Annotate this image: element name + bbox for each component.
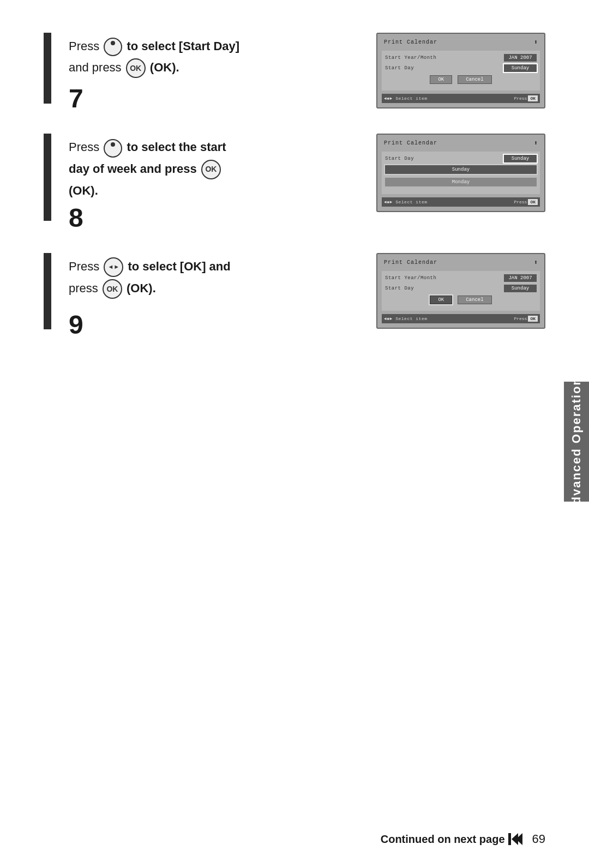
screen-7-footer: ◄◆► Select item Press OK	[382, 94, 540, 103]
screen-8-title: Print Calendar	[384, 140, 437, 146]
screen-9-row-1: Start Year/Month JAN 2007	[385, 274, 537, 282]
screen-8-footer-left: ◄◆► Select item	[384, 200, 428, 204]
step-8-number: 8	[69, 205, 222, 231]
screen-8-body: Start Day Sunday Sunday Monday	[382, 152, 540, 194]
page-footer: Continued on next page 69	[44, 832, 545, 846]
sidebar-tab: Advanced Operations	[564, 382, 589, 502]
screen-7-ok-badge: OK	[528, 95, 538, 101]
continued-label: Continued on next page	[381, 833, 505, 846]
screen-9-value-1: JAN 2007	[504, 274, 537, 282]
screen-8-dropdown-monday: Monday	[385, 178, 537, 186]
svg-rect-0	[508, 833, 511, 845]
screen-8: Print Calendar ⬆ Start Day Sunday Sunday…	[376, 134, 545, 212]
screen-9-label-2: Start Day	[385, 286, 504, 291]
ok-icon-9: OK	[103, 279, 122, 299]
arrows-icon-9	[104, 257, 123, 277]
step-8-screen: Print Calendar ⬆ Start Day Sunday Sunday…	[376, 134, 545, 212]
ok-icon-8a: OK	[201, 160, 221, 179]
screen-7-title: Print Calendar	[384, 39, 437, 45]
footer-continued-text: Continued on next page	[381, 833, 524, 846]
screen-8-icon: ⬆	[534, 139, 538, 147]
screen-7-titlebar: Print Calendar ⬆	[382, 38, 540, 46]
screen-7-value-1: JAN 2007	[504, 54, 537, 62]
screen-7-btn-ok: OK	[430, 75, 452, 84]
step-7-number: 7	[69, 86, 235, 112]
step-8-bar	[44, 134, 51, 221]
dial-icon-8	[104, 139, 122, 158]
screen-9-ok-badge: OK	[528, 316, 538, 322]
step-9-bar-wrap	[44, 253, 61, 329]
step-8-left: Press to select the start day of week an…	[44, 134, 354, 231]
step-7-bar	[44, 33, 51, 104]
screen-7-row-2: Start Day Sunday	[385, 64, 537, 72]
step-9-text: Press to select [OK] and press OK (OK).	[69, 253, 231, 301]
screen-9: Print Calendar ⬆ Start Year/Month JAN 20…	[376, 253, 545, 329]
screen-7-body: Start Year/Month JAN 2007 Start Day Sund…	[382, 51, 540, 91]
screen-8-footer: ◄◆► Select item Press OK	[382, 197, 540, 207]
screen-7-footer-left: ◄◆► Select item	[384, 96, 428, 101]
screen-8-row-1: Start Day Sunday	[385, 155, 537, 162]
footer-page-number: 69	[532, 832, 545, 846]
step-8: Press to select the start day of week an…	[44, 134, 545, 231]
screen-8-dropdown-row: Sunday Monday	[385, 165, 537, 188]
screen-9-titlebar: Print Calendar ⬆	[382, 258, 540, 267]
screen-9-btnrow: OK Cancel	[385, 296, 537, 304]
page-content: Press to select [Start Day] and press OK…	[0, 0, 589, 393]
step-8-text: Press to select the start day of week an…	[69, 134, 226, 201]
step-7-text: Press to select [Start Day] and press OK…	[69, 33, 239, 80]
step-7-left: Press to select [Start Day] and press OK…	[44, 33, 354, 112]
screen-7-btn-cancel: Cancel	[458, 75, 491, 84]
screen-9-btn-ok: OK	[430, 296, 452, 304]
screen-7-label-2: Start Day	[385, 65, 504, 71]
screen-7-value-2: Sunday	[504, 64, 537, 72]
screen-9-btn-cancel: Cancel	[458, 296, 491, 304]
ok-icon-7: OK	[126, 58, 146, 78]
screen-7-icon: ⬆	[534, 38, 538, 46]
step-9-left: Press to select [OK] and press OK (OK). …	[44, 253, 354, 338]
screen-9-title: Print Calendar	[384, 260, 437, 266]
screen-9-footer-right: Press OK	[514, 316, 538, 322]
step-8-bar-wrap	[44, 134, 61, 221]
screen-7-row-1: Start Year/Month JAN 2007	[385, 54, 537, 62]
screen-8-titlebar: Print Calendar ⬆	[382, 139, 540, 147]
step-9: Press to select [OK] and press OK (OK). …	[44, 253, 545, 338]
screen-8-ok-badge: OK	[528, 199, 538, 205]
screen-7-btnrow: OK Cancel	[385, 75, 537, 84]
screen-8-footer-right: Press OK	[514, 199, 538, 205]
screen-8-label-1: Start Day	[385, 156, 504, 161]
sidebar-tab-text: Advanced Operations	[569, 369, 584, 514]
step-7-screen: Print Calendar ⬆ Start Year/Month JAN 20…	[376, 33, 545, 108]
screen-9-value-2: Sunday	[504, 285, 537, 292]
step-9-number: 9	[69, 312, 226, 338]
screen-7-footer-right: Press OK	[514, 95, 538, 101]
step-9-screen: Print Calendar ⬆ Start Year/Month JAN 20…	[376, 253, 545, 329]
continue-arrows-icon	[508, 833, 524, 845]
screen-7-label-1: Start Year/Month	[385, 55, 504, 61]
screen-9-label-1: Start Year/Month	[385, 275, 504, 281]
screen-9-icon: ⬆	[534, 258, 538, 267]
screen-9-footer-left: ◄◆► Select item	[384, 316, 428, 321]
step-7-bar-wrap	[44, 33, 61, 104]
dial-icon-7	[104, 38, 122, 56]
step-9-bar	[44, 253, 51, 329]
screen-8-value-1: Sunday	[504, 155, 537, 162]
screen-7: Print Calendar ⬆ Start Year/Month JAN 20…	[376, 33, 545, 108]
screen-8-dropdown-sunday: Sunday	[385, 165, 537, 174]
screen-9-row-2: Start Day Sunday	[385, 285, 537, 292]
screen-9-footer: ◄◆► Select item Press OK	[382, 314, 540, 323]
screen-9-body: Start Year/Month JAN 2007 Start Day Sund…	[382, 271, 540, 311]
step-7: Press to select [Start Day] and press OK…	[44, 33, 545, 112]
